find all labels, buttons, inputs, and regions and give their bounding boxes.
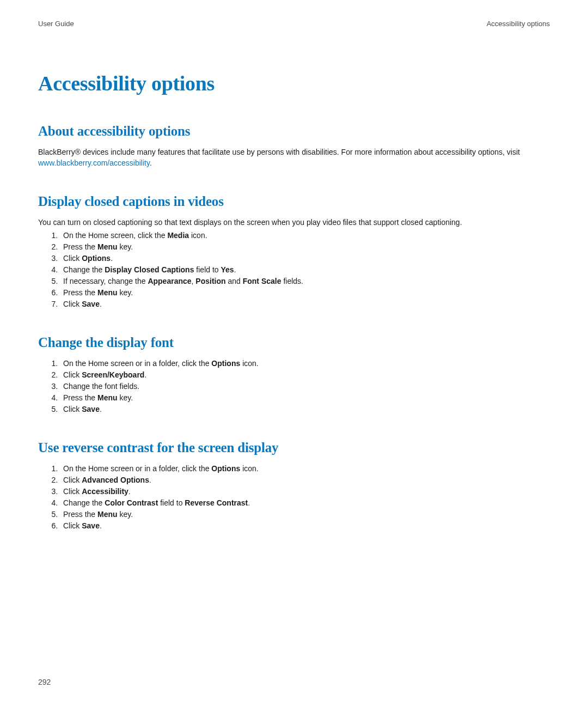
section-heading-captions: Display closed captions in videos xyxy=(38,194,550,209)
list-item: On the Home screen or in a folder, click… xyxy=(60,463,550,474)
list-item: Click Advanced Options. xyxy=(60,474,550,486)
font-steps: On the Home screen or in a folder, click… xyxy=(38,358,550,415)
header-left: User Guide xyxy=(38,20,74,28)
list-item: Click Accessibility. xyxy=(60,486,550,497)
page-number: 292 xyxy=(38,678,51,686)
list-item: Change the font fields. xyxy=(60,381,550,392)
list-item: Change the Display Closed Captions field… xyxy=(60,264,550,276)
list-item: On the Home screen, click the Media icon… xyxy=(60,230,550,241)
section-heading-font: Change the display font xyxy=(38,335,550,350)
list-item: Click Save. xyxy=(60,404,550,415)
section-heading-about: About accessibility options xyxy=(38,124,550,139)
captions-steps: On the Home screen, click the Media icon… xyxy=(38,230,550,310)
list-item: If necessary, change the Appearance, Pos… xyxy=(60,276,550,287)
list-item: Press the Menu key. xyxy=(60,241,550,253)
list-item: Click Save. xyxy=(60,299,550,310)
header-right: Accessibility options xyxy=(487,20,550,28)
list-item: On the Home screen or in a folder, click… xyxy=(60,358,550,369)
running-header: User Guide Accessibility options xyxy=(38,20,550,28)
about-text-post: . xyxy=(150,159,152,167)
list-item: Click Save. xyxy=(60,520,550,532)
list-item: Click Options. xyxy=(60,253,550,264)
about-text-pre: BlackBerry® devices include many feature… xyxy=(38,148,520,156)
page-title: Accessibility options xyxy=(38,71,550,95)
section-about: About accessibility options BlackBerry® … xyxy=(38,124,550,169)
list-item: Press the Menu key. xyxy=(60,287,550,299)
contrast-steps: On the Home screen or in a folder, click… xyxy=(38,463,550,532)
about-paragraph: BlackBerry® devices include many feature… xyxy=(38,147,550,169)
section-font: Change the display font On the Home scre… xyxy=(38,335,550,415)
accessibility-link[interactable]: www.blackberry.com/accessibility xyxy=(38,159,150,167)
section-captions: Display closed captions in videos You ca… xyxy=(38,194,550,310)
captions-intro: You can turn on closed captioning so tha… xyxy=(38,217,550,228)
list-item: Press the Menu key. xyxy=(60,392,550,404)
list-item: Press the Menu key. xyxy=(60,509,550,520)
section-contrast: Use reverse contrast for the screen disp… xyxy=(38,440,550,532)
document-page: User Guide Accessibility options Accessi… xyxy=(0,0,588,706)
list-item: Change the Color Contrast field to Rever… xyxy=(60,497,550,509)
section-heading-contrast: Use reverse contrast for the screen disp… xyxy=(38,440,550,455)
list-item: Click Screen/Keyboard. xyxy=(60,369,550,381)
